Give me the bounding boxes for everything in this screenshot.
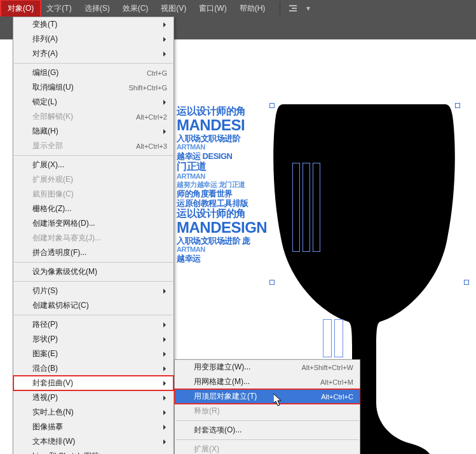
selection-handle[interactable] — [455, 103, 460, 108]
submenu-release: 释放(R) — [175, 404, 360, 418]
menu-text-wrap[interactable]: 文本绕排(W) — [13, 434, 173, 449]
chevron-right-icon — [163, 22, 168, 27]
selection-handle[interactable] — [269, 280, 275, 285]
menu-separator — [14, 262, 173, 263]
svg-rect-0 — [289, 5, 297, 6]
chevron-right-icon — [163, 52, 168, 57]
menu-group[interactable]: 编组(G)Ctrl+G — [13, 65, 173, 80]
menu-lock[interactable]: 锁定(L) — [13, 95, 173, 109]
chevron-right-icon — [163, 410, 168, 415]
menu-effect[interactable]: 效果(C) — [116, 1, 155, 17]
envelope-submenu: 用变形建立(W)...Alt+Shift+Ctrl+W 用网格建立(M)...A… — [174, 359, 360, 454]
menu-separator — [14, 63, 173, 64]
menu-select[interactable]: 选择(S) — [78, 1, 116, 17]
menu-help[interactable]: 帮助(H) — [233, 1, 272, 17]
chevron-right-icon — [163, 337, 168, 342]
svg-rect-1 — [292, 8, 297, 9]
menubar: 对象(O) 文字(T) 选择(S) 效果(C) 视图(V) 窗口(W) 帮助(H… — [0, 0, 476, 17]
menu-trim-marks[interactable]: 创建裁切标记(C) — [13, 298, 173, 313]
menu-image-trace[interactable]: 图像描摹 — [13, 420, 173, 434]
menu-blend[interactable]: 混合(B) — [13, 361, 173, 376]
menu-expand[interactable]: 扩展(X)... — [13, 158, 173, 172]
submenu-make-top-object[interactable]: 用顶层对象建立(T)Alt+Ctrl+C — [175, 389, 360, 404]
menu-transform[interactable]: 变换(T) — [13, 17, 173, 32]
textframe-indicator — [292, 163, 300, 252]
chevron-right-icon — [163, 396, 168, 401]
chevron-right-icon — [163, 289, 168, 294]
chevron-right-icon — [163, 381, 168, 386]
menu-ungroup[interactable]: 取消编组(U)Shift+Ctrl+G — [13, 80, 173, 95]
submenu-expand: 扩展(X) — [175, 442, 360, 454]
submenu-options[interactable]: 封套选项(O)... — [175, 423, 360, 437]
menu-line-sketch[interactable]: Line 和 Sketch 图稿 — [13, 449, 173, 454]
menu-window[interactable]: 窗口(W) — [193, 1, 233, 17]
menu-flatten-trans[interactable]: 拼合透明度(F)... — [13, 245, 173, 260]
selection-handle[interactable] — [269, 103, 275, 108]
menu-align[interactable]: 对齐(A) — [13, 46, 173, 61]
menu-expand-appearance: 扩展外观(E) — [13, 172, 173, 187]
menu-view[interactable]: 视图(V) — [154, 1, 193, 17]
chevron-right-icon — [163, 439, 168, 444]
menu-type[interactable]: 文字(T) — [40, 1, 78, 17]
textframe-indicator — [334, 319, 343, 357]
chevron-right-icon — [163, 100, 168, 105]
toolbar-separator — [271, 2, 280, 15]
menu-unlock-all: 全部解锁(K)Alt+Ctrl+2 — [13, 109, 173, 124]
chevron-right-icon — [163, 425, 168, 430]
selection-handle[interactable] — [464, 280, 469, 285]
textframe-indicator — [303, 163, 310, 252]
chevron-right-icon — [163, 129, 168, 134]
menu-gradient-mesh[interactable]: 创建渐变网格(D)... — [13, 216, 173, 231]
menu-separator — [14, 281, 173, 282]
menu-shape[interactable]: 形状(P) — [13, 332, 173, 347]
menu-show-all: 显示全部Alt+Ctrl+3 — [13, 139, 173, 153]
menu-live-paint[interactable]: 实时上色(N) — [13, 405, 173, 420]
menu-arrange[interactable]: 排列(A) — [13, 32, 173, 46]
menu-object-mosaic: 创建对象马赛克(J)... — [13, 231, 173, 245]
chevron-right-icon — [163, 37, 168, 42]
menu-separator — [14, 155, 173, 156]
svg-rect-2 — [289, 10, 297, 11]
textframe-indicator — [323, 319, 332, 357]
menu-envelope-distort[interactable]: 封套扭曲(V) — [13, 376, 173, 390]
menu-rasterize[interactable]: 栅格化(Z)... — [13, 202, 173, 216]
menu-pattern[interactable]: 图案(E) — [13, 347, 173, 361]
dropdown-icon[interactable]: ▾ — [301, 3, 316, 14]
menu-object[interactable]: 对象(O) — [1, 1, 40, 17]
menu-path[interactable]: 路径(P) — [13, 317, 173, 332]
submenu-make-warp[interactable]: 用变形建立(W)...Alt+Shift+Ctrl+W — [175, 360, 360, 375]
chevron-right-icon — [163, 366, 168, 371]
submenu-make-mesh[interactable]: 用网格建立(M)...Alt+Ctrl+M — [175, 375, 360, 389]
menu-slice[interactable]: 切片(S) — [13, 284, 173, 298]
align-right-icon[interactable] — [285, 3, 301, 14]
menu-pixel-perfect[interactable]: 设为像素级优化(M) — [13, 265, 173, 279]
chevron-right-icon — [163, 322, 168, 327]
menu-perspective[interactable]: 透视(P) — [13, 390, 173, 405]
menu-separator — [175, 420, 359, 421]
textframe-indicator — [313, 163, 320, 252]
menu-separator — [14, 315, 173, 315]
menu-separator — [175, 439, 359, 440]
cursor-icon — [273, 394, 282, 406]
menu-crop-image: 裁剪图像(C) — [13, 187, 173, 202]
menu-hide[interactable]: 隐藏(H) — [13, 124, 173, 139]
chevron-right-icon — [163, 352, 168, 357]
object-dropdown: 变换(T) 排列(A) 对齐(A) 编组(G)Ctrl+G 取消编组(U)Shi… — [13, 17, 174, 454]
